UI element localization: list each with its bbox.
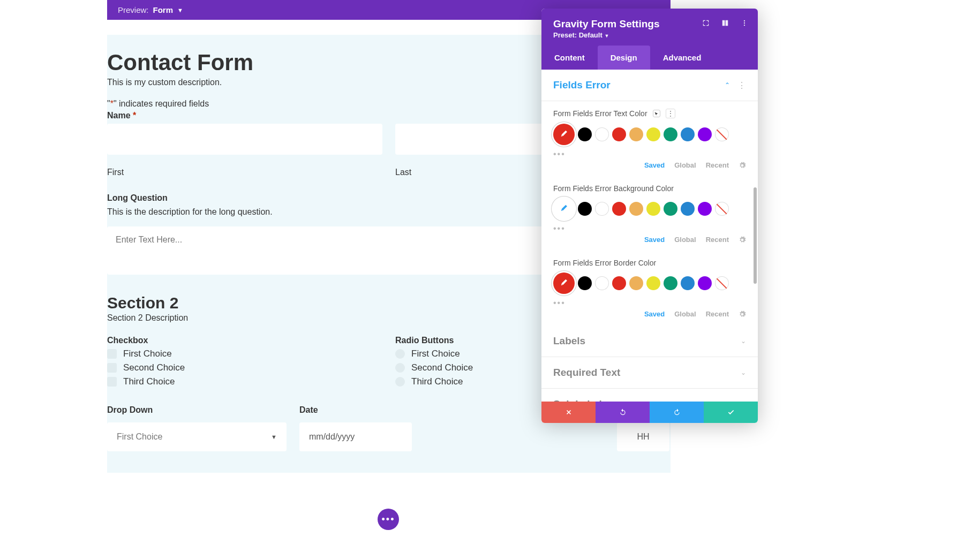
eyedropper-icon <box>560 279 568 287</box>
color-swatch[interactable] <box>664 202 677 216</box>
chevron-down-icon: ⌄ <box>741 337 746 345</box>
close-icon <box>565 408 573 416</box>
kebab-menu-icon[interactable]: ⋮ <box>737 80 746 90</box>
color-swatch[interactable] <box>664 276 677 290</box>
gear-icon[interactable] <box>739 236 746 244</box>
palette-tab-saved[interactable]: Saved <box>644 310 665 318</box>
first-name-input[interactable] <box>107 124 382 155</box>
svg-point-2 <box>744 25 745 26</box>
svg-point-0 <box>744 20 745 21</box>
chevron-down-icon: ⌄ <box>741 369 746 376</box>
section-labels[interactable]: Labels ⌄ <box>541 326 758 357</box>
gear-icon[interactable] <box>739 311 746 318</box>
radio-icon <box>395 363 405 373</box>
expand-icon[interactable] <box>702 19 710 29</box>
color-swatch-transparent[interactable] <box>715 127 729 141</box>
dropdown-label: Drop Down <box>107 405 287 415</box>
settings-panel: Gravity Form Settings Preset: Default ▼ … <box>541 9 758 423</box>
kebab-menu-icon[interactable] <box>741 19 748 29</box>
color-swatch[interactable] <box>664 127 677 141</box>
color-picker-main[interactable] <box>553 198 575 220</box>
time-hh-input[interactable]: HH <box>617 422 669 451</box>
color-swatch[interactable] <box>578 276 592 290</box>
palette-tab-saved[interactable]: Saved <box>644 236 665 244</box>
dropdown-select[interactable]: First Choice ▼ <box>107 422 287 451</box>
color-swatch[interactable] <box>595 202 609 216</box>
color-swatch[interactable] <box>595 127 609 141</box>
svg-point-1 <box>744 22 745 24</box>
checkbox-option[interactable]: Second Choice <box>107 362 382 373</box>
palette-tab-saved[interactable]: Saved <box>644 161 665 169</box>
color-swatch[interactable] <box>646 202 660 216</box>
palette-tab-recent[interactable]: Recent <box>706 310 729 318</box>
checkbox-icon <box>107 377 117 387</box>
chevron-down-icon: ▼ <box>271 434 277 440</box>
kebab-menu-icon[interactable]: ⋮ <box>666 109 675 118</box>
color-swatch[interactable] <box>646 276 660 290</box>
preview-value: Form <box>153 5 174 14</box>
checkbox-option[interactable]: Third Choice <box>107 376 382 387</box>
undo-button[interactable] <box>596 402 650 423</box>
tab-content[interactable]: Content <box>541 46 598 70</box>
checkbox-icon <box>107 363 117 373</box>
color-swatch[interactable] <box>578 202 592 216</box>
palette-tab-global[interactable]: Global <box>674 161 696 169</box>
color-swatch[interactable] <box>646 127 660 141</box>
confirm-button[interactable] <box>704 402 758 423</box>
checkbox-icon <box>107 349 117 359</box>
eyedropper-icon <box>560 205 568 213</box>
palette-tab-recent[interactable]: Recent <box>706 161 729 169</box>
panel-preset[interactable]: Preset: Default ▼ <box>553 31 746 39</box>
ellipsis-icon: ••• <box>382 514 395 525</box>
chevron-down-icon: ⌄ <box>741 400 746 402</box>
color-swatch[interactable] <box>698 276 712 290</box>
redo-icon <box>673 408 681 416</box>
cursor-icon[interactable] <box>653 110 660 117</box>
palette-tab-global[interactable]: Global <box>674 310 696 318</box>
color-swatch[interactable] <box>612 276 626 290</box>
more-colors-icon[interactable]: ••• <box>553 149 746 159</box>
color-swatch-transparent[interactable] <box>715 202 729 216</box>
redo-button[interactable] <box>650 402 704 423</box>
more-actions-fab[interactable]: ••• <box>378 509 399 530</box>
color-swatch[interactable] <box>698 127 712 141</box>
palette-tab-recent[interactable]: Recent <box>706 236 729 244</box>
color-swatch[interactable] <box>612 127 626 141</box>
preview-label: Preview: <box>118 5 149 14</box>
section-sub-labels[interactable]: Sub Labels ⌄ <box>541 389 758 402</box>
color-swatch-transparent[interactable] <box>715 276 729 290</box>
color-picker-main[interactable] <box>553 124 575 145</box>
tab-design[interactable]: Design <box>598 46 650 70</box>
section-required-text[interactable]: Required Text ⌄ <box>541 357 758 389</box>
color-swatch[interactable] <box>578 127 592 141</box>
undo-icon <box>619 408 627 416</box>
checkbox-label: Checkbox <box>107 336 382 345</box>
palette-tab-global[interactable]: Global <box>674 236 696 244</box>
scrollbar-thumb[interactable] <box>754 187 757 284</box>
color-swatch[interactable] <box>629 127 643 141</box>
gear-icon[interactable] <box>739 162 746 169</box>
color-swatch[interactable] <box>629 202 643 216</box>
first-sublabel: First <box>107 168 382 177</box>
check-icon <box>727 408 735 416</box>
more-colors-icon[interactable]: ••• <box>553 298 746 308</box>
radio-icon <box>395 377 405 387</box>
color-label-bg: Form Fields Error Background Color <box>553 184 674 193</box>
date-input[interactable]: mm/dd/yyyy <box>299 422 412 451</box>
color-picker-main[interactable] <box>553 273 575 294</box>
color-swatch[interactable] <box>629 276 643 290</box>
checkbox-option[interactable]: First Choice <box>107 349 382 359</box>
color-swatch[interactable] <box>681 202 695 216</box>
color-swatch[interactable] <box>612 202 626 216</box>
tab-advanced[interactable]: Advanced <box>650 46 714 70</box>
color-swatch[interactable] <box>698 202 712 216</box>
section-fields-error[interactable]: Fields Error ⌃ ⋮ <box>541 70 758 101</box>
color-label-border: Form Fields Error Border Color <box>553 259 656 267</box>
color-label-text: Form Fields Error Text Color <box>553 109 647 118</box>
color-swatch[interactable] <box>681 127 695 141</box>
color-swatch[interactable] <box>595 276 609 290</box>
more-colors-icon[interactable]: ••• <box>553 224 746 233</box>
color-swatch[interactable] <box>681 276 695 290</box>
columns-icon[interactable] <box>721 19 729 29</box>
close-button[interactable] <box>541 402 596 423</box>
